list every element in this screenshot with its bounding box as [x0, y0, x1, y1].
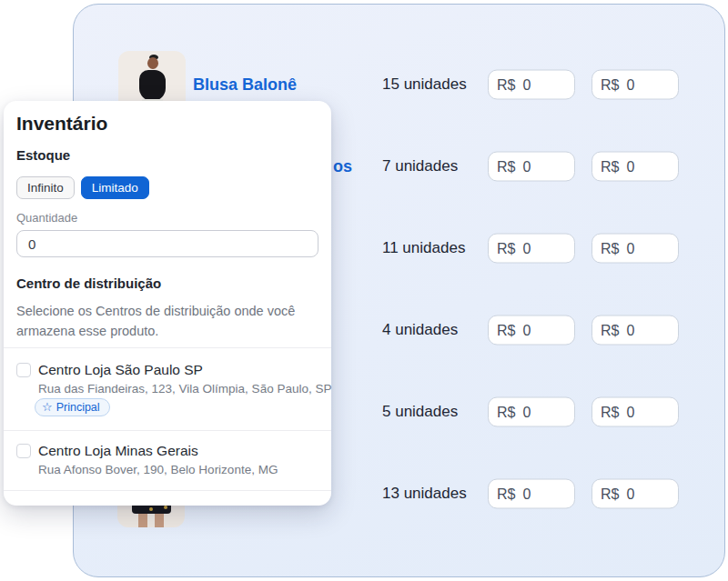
center-sao-paulo-checkbox[interactable] — [16, 363, 31, 377]
currency-prefix: R$ — [497, 322, 515, 338]
center-minas-gerais-checkbox[interactable] — [16, 444, 31, 458]
price-value: 0 — [626, 76, 634, 93]
units-label: 15 unidades — [382, 75, 467, 94]
price-value: 0 — [626, 322, 634, 338]
price-input-1[interactable]: R$ 0 — [488, 70, 575, 100]
principal-badge: Principal — [35, 398, 110, 416]
product-name-link[interactable]: Blusa Balonê — [193, 75, 297, 95]
price-input-2[interactable]: R$ 0 — [592, 479, 679, 509]
currency-prefix: R$ — [601, 404, 619, 420]
units-label: 7 unidades — [382, 157, 458, 175]
price-input-1[interactable]: R$ 0 — [488, 152, 575, 182]
model-head-shape — [147, 57, 158, 69]
currency-prefix: R$ — [601, 486, 619, 502]
units-label: 5 unidades — [382, 403, 458, 421]
center-address: Rua Afonso Bover, 190, Belo Horizonte, M… — [38, 463, 278, 476]
black-blouse-shape — [139, 70, 166, 101]
price-input-2[interactable]: R$ 0 — [592, 70, 679, 100]
units-label: 13 unidades — [382, 485, 467, 503]
stock-option-limitado-button[interactable]: Limitado — [81, 176, 149, 199]
divider — [4, 490, 331, 491]
price-value: 0 — [522, 76, 531, 93]
gold-button-shape — [164, 506, 167, 509]
units-label: 11 unidades — [382, 239, 465, 257]
price-input-2[interactable]: R$ 0 — [592, 397, 679, 427]
stock-option-infinito-button[interactable]: Infinito — [16, 176, 75, 199]
stock-section-label: Estoque — [16, 147, 70, 163]
price-value: 0 — [626, 240, 634, 256]
price-value: 0 — [626, 486, 634, 502]
distribution-description: Selecione os Centros de distribuição ond… — [16, 301, 304, 341]
units-label: 4 unidades — [382, 321, 458, 339]
quantity-input[interactable]: 0 — [16, 230, 318, 257]
price-input-1[interactable]: R$ 0 — [488, 234, 575, 264]
price-value: 0 — [522, 404, 531, 420]
price-value: 0 — [522, 240, 531, 256]
model-leg-shape — [155, 513, 164, 527]
price-input-2[interactable]: R$ 0 — [592, 152, 679, 182]
currency-prefix: R$ — [497, 404, 515, 420]
currency-prefix: R$ — [497, 76, 515, 93]
price-input-1[interactable]: R$ 0 — [488, 316, 575, 346]
center-address: Rua das Fiandeiras, 123, Vila Olímpia, S… — [38, 382, 331, 396]
center-name: Centro Loja Minas Gerais — [38, 443, 198, 459]
currency-prefix: R$ — [601, 76, 619, 93]
currency-prefix: R$ — [601, 158, 619, 175]
model-leg-shape — [138, 513, 147, 527]
price-input-1[interactable]: R$ 0 — [488, 479, 575, 509]
price-input-2[interactable]: R$ 0 — [592, 316, 679, 346]
price-value: 0 — [626, 158, 634, 175]
currency-prefix: R$ — [497, 158, 515, 175]
gold-button-shape — [149, 507, 153, 511]
badge-label: Principal — [56, 401, 100, 414]
modal-title: Inventário — [16, 113, 107, 135]
price-value: 0 — [522, 158, 531, 175]
divider — [4, 430, 331, 431]
stock-toggle-group: Infinito Limitado — [16, 176, 149, 199]
currency-prefix: R$ — [601, 322, 619, 338]
currency-prefix: R$ — [497, 240, 515, 256]
quantity-value: 0 — [28, 236, 35, 252]
center-name: Centro Loja São Paulo SP — [38, 362, 203, 378]
star-icon — [42, 401, 53, 414]
quantity-label: Quantidade — [16, 211, 77, 225]
price-input-2[interactable]: R$ 0 — [592, 234, 679, 264]
screen: Blusa Balonê 15 unidades R$ 0 R$ 0 os 7 … — [0, 0, 728, 581]
currency-prefix: R$ — [601, 240, 619, 256]
price-value: 0 — [522, 322, 531, 338]
price-value: 0 — [626, 404, 634, 420]
currency-prefix: R$ — [497, 486, 515, 502]
product-name-link-partial[interactable]: os — [333, 157, 352, 176]
distribution-section-title: Centro de distribuição — [16, 275, 161, 291]
price-input-1[interactable]: R$ 0 — [488, 397, 575, 427]
divider — [4, 347, 331, 348]
price-value: 0 — [522, 486, 531, 502]
inventory-modal: Inventário Estoque Infinito Limitado Qua… — [4, 101, 331, 506]
